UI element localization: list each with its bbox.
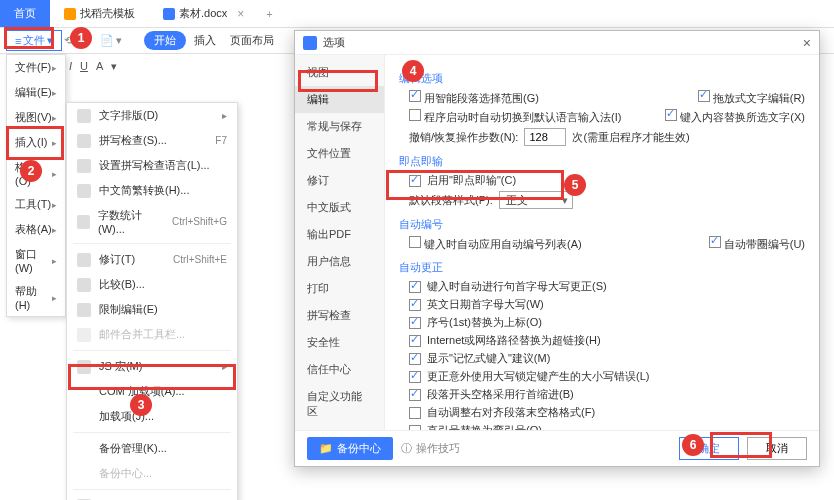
nav-user[interactable]: 用户信息: [295, 248, 384, 275]
undo-steps-input[interactable]: [524, 128, 566, 146]
dialog-close-icon[interactable]: ×: [803, 35, 811, 51]
file-menu-button[interactable]: ≡ 文件 ▾: [6, 30, 62, 51]
chk-af5[interactable]: [409, 353, 421, 365]
tips-link[interactable]: ⓘ 操作技巧: [401, 441, 460, 456]
sub-revision[interactable]: 修订(T)Ctrl+Shift+E: [67, 247, 237, 272]
section-instant: 即点即输: [399, 154, 805, 169]
tab-start[interactable]: 开始: [144, 31, 186, 50]
nav-spell[interactable]: 拼写检查: [295, 302, 384, 329]
sub-backup-mgr[interactable]: 备份管理(K)...: [67, 436, 237, 461]
tab-doc[interactable]: 素材.docx×: [149, 0, 258, 27]
tools-submenu: 文字排版(D)▸ 拼写检查(S)...F7 设置拼写检查语言(L)... 中文简…: [66, 102, 238, 500]
chk-autonum-apply[interactable]: [409, 236, 421, 248]
nav-print[interactable]: 打印: [295, 275, 384, 302]
badge-4: 4: [402, 60, 424, 82]
nav-edit[interactable]: 编辑: [295, 86, 384, 113]
menu-view[interactable]: 视图(V)▸: [7, 105, 65, 130]
chk-af1[interactable]: [409, 281, 421, 293]
menu-table[interactable]: 表格(A)▸: [7, 217, 65, 242]
chk-af7[interactable]: [409, 389, 421, 401]
chk-smart-select[interactable]: [409, 90, 421, 102]
close-icon[interactable]: ×: [237, 7, 244, 21]
tab-layout[interactable]: 页面布局: [224, 31, 280, 50]
new-tab-icon[interactable]: +: [266, 8, 272, 20]
sub-js-macro[interactable]: JS 宏(M)▸: [67, 354, 237, 379]
nav-security[interactable]: 安全性: [295, 329, 384, 356]
menu-help[interactable]: 帮助(H)▸: [7, 279, 65, 316]
badge-6: 6: [682, 434, 704, 456]
sub-com-addin[interactable]: COM 加载项(A)...: [67, 379, 237, 404]
chk-af6[interactable]: [409, 371, 421, 383]
menu-file[interactable]: 文件(F)▸: [7, 55, 65, 80]
menu-tools[interactable]: 工具(T)▸: [7, 192, 65, 217]
badge-2: 2: [20, 160, 42, 182]
sub-options[interactable]: 选项(O)...: [67, 493, 237, 500]
file-dropdown: 文件(F)▸ 编辑(E)▸ 视图(V)▸ 插入(I)▸ 格式(O)▸ 工具(T)…: [6, 54, 66, 317]
nav-custom-ribbon[interactable]: 自定义功能区: [295, 383, 384, 425]
sub-addin[interactable]: 加载项(J)...: [67, 404, 237, 429]
chk-type-replace[interactable]: [665, 109, 677, 121]
badge-3: 3: [130, 394, 152, 416]
sub-mailmerge: 邮件合并工具栏...: [67, 322, 237, 347]
menu-insert[interactable]: 插入(I)▸: [7, 130, 65, 155]
sub-restrict[interactable]: 限制编辑(E): [67, 297, 237, 322]
nav-fileloc[interactable]: 文件位置: [295, 140, 384, 167]
sub-text-layout[interactable]: 文字排版(D)▸: [67, 103, 237, 128]
nav-general[interactable]: 常规与保存: [295, 113, 384, 140]
dialog-title-text: 选项: [323, 35, 345, 50]
chk-af2[interactable]: [409, 299, 421, 311]
chk-af8[interactable]: [409, 407, 421, 419]
chk-af9[interactable]: [409, 425, 421, 431]
nav-revision[interactable]: 修订: [295, 167, 384, 194]
nav-view[interactable]: 视图: [295, 59, 384, 86]
nav-trust[interactable]: 信任中心: [295, 356, 384, 383]
sub-backup-center: 备份中心...: [67, 461, 237, 486]
top-tab-bar: 首页 找稻壳模板 素材.docx× +: [0, 0, 834, 28]
section-edit-options: 编辑选项: [399, 71, 805, 86]
default-style-select[interactable]: 正文: [499, 191, 573, 209]
chk-af4[interactable]: [409, 335, 421, 347]
chk-drag-edit[interactable]: [698, 90, 710, 102]
menu-edit[interactable]: 编辑(E)▸: [7, 80, 65, 105]
sub-spellcheck[interactable]: 拼写检查(S)...F7: [67, 128, 237, 153]
menu-window[interactable]: 窗口(W)▸: [7, 242, 65, 279]
dialog-content: 编辑选项 用智能段落选择范围(G) 拖放式文字编辑(R) 程序启动时自动切换到默…: [385, 55, 819, 430]
sub-wordcount[interactable]: 字数统计(W)...Ctrl+Shift+G: [67, 203, 237, 240]
tab-templates[interactable]: 找稻壳模板: [50, 0, 149, 27]
tab-insert[interactable]: 插入: [188, 31, 222, 50]
chk-instant[interactable]: [409, 175, 421, 187]
chk-auto-ime[interactable]: [409, 109, 421, 121]
backup-center-button[interactable]: 📁 备份中心: [307, 437, 393, 460]
chk-autonum-tab[interactable]: [709, 236, 721, 248]
sub-cn-convert[interactable]: 中文简繁转换(H)...: [67, 178, 237, 203]
sub-compare[interactable]: 比较(B)...: [67, 272, 237, 297]
section-autofix: 自动更正: [399, 260, 805, 275]
badge-5: 5: [564, 174, 586, 196]
dialog-titlebar: 选项 ×: [295, 31, 819, 55]
chk-af3[interactable]: [409, 317, 421, 329]
nav-cn-layout[interactable]: 中文版式: [295, 194, 384, 221]
badge-1: 1: [70, 27, 92, 49]
tab-home[interactable]: 首页: [0, 0, 50, 27]
section-autonum: 自动编号: [399, 217, 805, 232]
options-dialog: 选项 × 视图 编辑 常规与保存 文件位置 修订 中文版式 输出PDF 用户信息…: [294, 30, 820, 467]
dialog-nav: 视图 编辑 常规与保存 文件位置 修订 中文版式 输出PDF 用户信息 打印 拼…: [295, 55, 385, 430]
nav-pdf[interactable]: 输出PDF: [295, 221, 384, 248]
sub-spell-lang[interactable]: 设置拼写检查语言(L)...: [67, 153, 237, 178]
cancel-button[interactable]: 取消: [747, 437, 807, 460]
dialog-footer: 📁 备份中心 ⓘ 操作技巧 确定 取消: [295, 430, 819, 466]
dialog-icon: [303, 36, 317, 50]
